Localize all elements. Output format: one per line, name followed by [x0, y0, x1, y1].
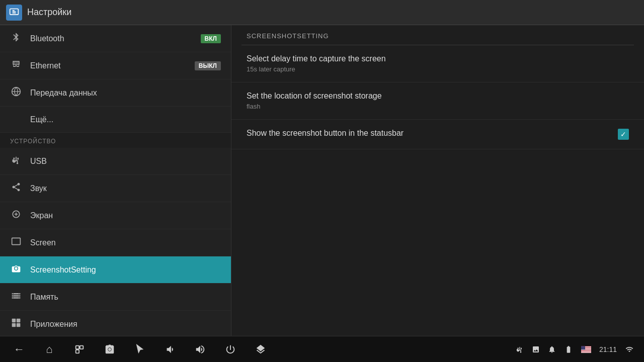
more-label: Ещё... [30, 115, 221, 124]
sidebar-item-apps[interactable]: Приложения [0, 311, 231, 336]
svg-rect-10 [80, 345, 83, 348]
show-button-title: Show the screenshot button in the status… [247, 129, 404, 138]
svg-rect-18 [581, 346, 585, 349]
svg-rect-7 [12, 323, 16, 327]
sidebar: Bluetooth ВКЛ Ethernet ВЫКЛ Передача дан… [0, 25, 231, 336]
bottom-status: 21:11 [516, 345, 634, 353]
app-title: Настройки [27, 7, 71, 18]
sidebar-item-screenshot[interactable]: ScreenshotSetting [0, 256, 231, 284]
time-display: 21:11 [599, 345, 617, 353]
show-button-checkbox[interactable]: ✓ [618, 129, 629, 140]
clock-text: 21:11 [599, 345, 617, 353]
sound-icon [10, 182, 22, 195]
screen-label: Screen [30, 238, 221, 247]
memory-icon [10, 291, 22, 303]
ethernet-label: Ethernet [30, 61, 187, 70]
power-button[interactable] [221, 340, 239, 358]
panel-item-show-button[interactable]: Show the screenshot button in the status… [231, 120, 644, 149]
image-status [532, 345, 540, 353]
storage-location-subtitle: flash [247, 103, 629, 110]
panel-section-title: SCREENSHOTSETTING [231, 25, 644, 45]
bluetooth-badge: ВКЛ [201, 34, 221, 43]
screenshot-label: ScreenshotSetting [30, 265, 221, 275]
usb-icon [10, 155, 22, 167]
sidebar-item-sound[interactable]: Звук [0, 175, 231, 202]
data-transfer-label: Передача данных [30, 88, 221, 98]
home-button[interactable]: ⌂ [40, 340, 58, 358]
svg-rect-8 [17, 323, 21, 327]
sidebar-item-usb[interactable]: USB [0, 148, 231, 175]
cursor-button[interactable] [131, 340, 149, 358]
apps-icon [10, 318, 22, 330]
display-icon [10, 209, 22, 222]
screen-icon [10, 236, 22, 249]
delay-time-title: Select delay time to capture the screen [247, 54, 629, 63]
ethernet-icon [10, 59, 22, 72]
notification-status [548, 345, 556, 353]
screenshot-nav-button[interactable] [101, 340, 119, 358]
apps-label: Приложения [30, 320, 221, 329]
ethernet-badge: ВЫКЛ [195, 61, 221, 70]
svg-rect-17 [581, 352, 591, 352]
usb-label: USB [30, 157, 221, 166]
battery-status [564, 345, 573, 353]
right-panel: SCREENSHOTSETTING Select delay time to c… [231, 25, 644, 336]
sidebar-item-display[interactable]: Экран [0, 202, 231, 229]
bluetooth-label: Bluetooth [30, 34, 193, 43]
storage-location-title: Set the location of screenshot storage [247, 92, 629, 101]
recent-button[interactable] [70, 340, 89, 358]
volume-down-button[interactable] [161, 340, 179, 358]
bottom-bar: ← ⌂ [0, 336, 644, 362]
sidebar-item-memory[interactable]: Память [0, 284, 231, 311]
sidebar-item-ethernet[interactable]: Ethernet ВЫКЛ [0, 52, 231, 79]
display-label: Экран [30, 211, 221, 220]
panel-item-storage-location[interactable]: Set the location of screenshot storage f… [231, 82, 644, 120]
svg-rect-5 [12, 319, 16, 323]
usb-status [516, 345, 524, 353]
svg-rect-16 [581, 350, 591, 351]
back-button[interactable]: ← [10, 340, 28, 358]
bluetooth-icon [10, 32, 22, 45]
wifi-status [625, 345, 634, 353]
svg-rect-9 [76, 345, 79, 348]
title-bar: Настройки [0, 0, 644, 25]
svg-rect-6 [17, 319, 21, 323]
sound-label: Звук [30, 184, 221, 193]
flag-status [581, 346, 591, 353]
sidebar-item-data-transfer[interactable]: Передача данных [0, 79, 231, 107]
sidebar-item-screen[interactable]: Screen [0, 229, 231, 256]
show-button-row: Show the screenshot button in the status… [247, 129, 629, 140]
svg-rect-11 [76, 349, 79, 352]
main-content: Bluetooth ВКЛ Ethernet ВЫКЛ Передача дан… [0, 25, 644, 336]
sidebar-item-more[interactable]: Ещё... [0, 107, 231, 133]
memory-label: Память [30, 293, 221, 302]
screenshot-setting-icon [10, 263, 22, 276]
data-transfer-icon [10, 86, 22, 99]
app-icon [6, 5, 22, 21]
sidebar-item-bluetooth[interactable]: Bluetooth ВКЛ [0, 25, 231, 52]
section-header-device: УСТРОЙСТВО [0, 133, 231, 148]
delay-time-subtitle: 15s later capture [247, 65, 629, 73]
volume-up-button[interactable] [191, 340, 209, 358]
bottom-nav: ← ⌂ [10, 340, 270, 358]
layers-button[interactable] [252, 340, 270, 358]
panel-item-delay-time[interactable]: Select delay time to capture the screen … [231, 45, 644, 82]
